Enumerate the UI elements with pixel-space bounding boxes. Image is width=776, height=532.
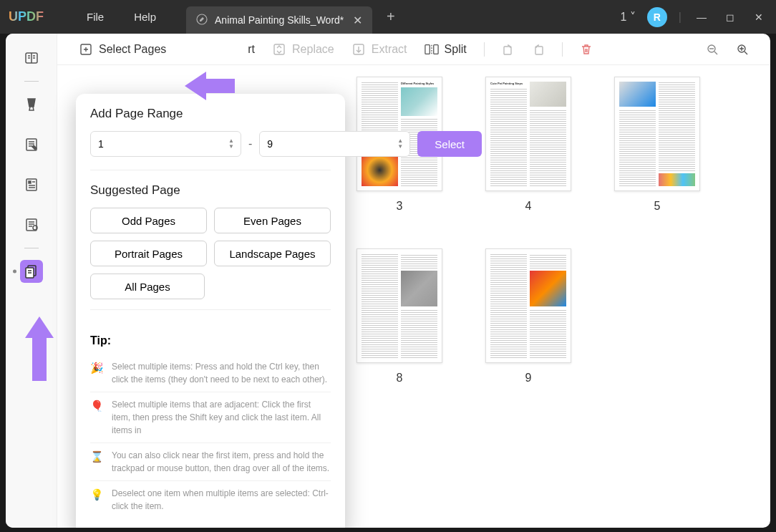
page-number: 5 [654,200,661,213]
suggested-title: Suggested Page [90,183,331,198]
app-logo: UPDF [9,9,44,24]
svg-rect-3 [26,179,37,190]
extract-icon [351,42,366,57]
select-pages-popover: Add Page Range ▲▼ - ▲▼ Select Suggested … [76,94,345,528]
page-thumb-4[interactable]: Cute Pet Painting Steps 4 [485,77,571,213]
close-icon[interactable]: ✕ [346,14,362,27]
sidebar-organize-pages-icon[interactable] [20,260,43,283]
all-pages-button[interactable]: All Pages [90,274,205,299]
extract-button[interactable]: Extract [347,39,412,59]
replace-button[interactable]: Replace [268,39,339,59]
document-tab[interactable]: Animal Painting Skills_Word* ✕ [186,6,372,34]
replace-icon [272,42,286,57]
delete-button[interactable] [576,40,597,59]
split-button[interactable]: Split [420,39,471,59]
toolbar-separator [562,42,563,57]
page-thumbnails: Different Painting Styles 3 Cute Pet Pai… [357,77,756,513]
rotate-left-button[interactable] [498,40,519,59]
svg-rect-4 [29,181,31,183]
active-dot-icon [13,270,16,274]
select-pages-icon [79,42,93,57]
titlebar-right: 1 ˅ R | — ◻ ✕ [620,7,767,27]
page-number: 3 [397,200,403,213]
main-area: Select Pages rt Replace Extract Split [6,34,770,528]
sidebar-form-icon[interactable] [20,173,43,196]
svg-rect-5 [26,219,37,231]
range-from-input[interactable] [90,131,241,157]
rotate-right-button[interactable] [528,40,549,59]
sidebar-separator [24,248,39,248]
annotation-arrow-icon [185,69,235,102]
range-to-input[interactable] [259,131,410,157]
range-dash: - [248,137,252,150]
page-number: 4 [525,200,532,213]
tip-item: 🎈 Select multiple items that are adjacen… [90,392,331,443]
page-number: 8 [397,372,403,385]
landscape-pages-button[interactable]: Landscape Pages [214,241,331,266]
tab-title: Animal Painting Skills_Word* [215,14,344,26]
svg-rect-12 [425,44,429,54]
annotation-arrow-icon [23,316,56,381]
zoom-out-button[interactable] [702,40,723,59]
svg-rect-13 [433,44,437,54]
zoom-in-button[interactable] [732,40,753,59]
sidebar [6,34,57,528]
page-thumb-8[interactable]: 8 [357,248,442,385]
menu-help[interactable]: Help [134,11,156,23]
party-icon: 🎉 [90,360,103,386]
tip-title: Tip: [90,334,331,347]
close-button[interactable]: ✕ [750,11,767,23]
sidebar-ocr-icon[interactable] [20,213,43,236]
toolbar: Select Pages rt Replace Extract Split [57,34,770,65]
add-tab-button[interactable]: + [387,9,395,25]
sidebar-highlight-icon[interactable] [20,93,43,116]
edit-icon [196,14,208,27]
tip-item: 💡 Deselect one item when multiple items … [90,481,331,518]
sidebar-edit-icon[interactable] [20,133,43,156]
split-icon [425,42,439,57]
toolbar-separator [484,42,485,57]
menu-file[interactable]: File [87,11,104,23]
select-range-button[interactable]: Select [417,131,482,157]
spinner-icon[interactable]: ▲▼ [397,134,407,154]
odd-pages-button[interactable]: Odd Pages [90,208,207,233]
user-avatar[interactable]: R [647,7,667,27]
sidebar-reader-icon[interactable] [20,47,43,69]
range-title: Add Page Range [90,107,331,121]
tab-count[interactable]: 1 ˅ [620,10,635,24]
spinner-icon[interactable]: ▲▼ [228,134,238,154]
page-thumb-9[interactable]: 9 [485,248,571,385]
even-pages-button[interactable]: Even Pages [214,208,331,233]
select-pages-button[interactable]: Select Pages [74,39,170,59]
page-thumb-5[interactable]: 5 [614,77,700,213]
tip-item: ⌛ You can also click near the first item… [90,443,331,481]
balloon-icon: 🎈 [90,398,103,437]
sidebar-separator [24,81,39,82]
hourglass-icon: ⌛ [90,449,103,475]
page-number: 9 [525,372,532,385]
minimize-button[interactable]: — [693,11,710,23]
portrait-pages-button[interactable]: Portrait Pages [90,241,207,266]
titlebar: UPDF File Help Animal Painting Skills_Wo… [0,0,776,34]
insert-button[interactable]: rt [243,40,259,59]
bulb-icon: 💡 [90,487,103,513]
tip-item: 🎉 Select multiple items: Press and hold … [90,354,331,392]
maximize-button[interactable]: ◻ [722,11,739,23]
